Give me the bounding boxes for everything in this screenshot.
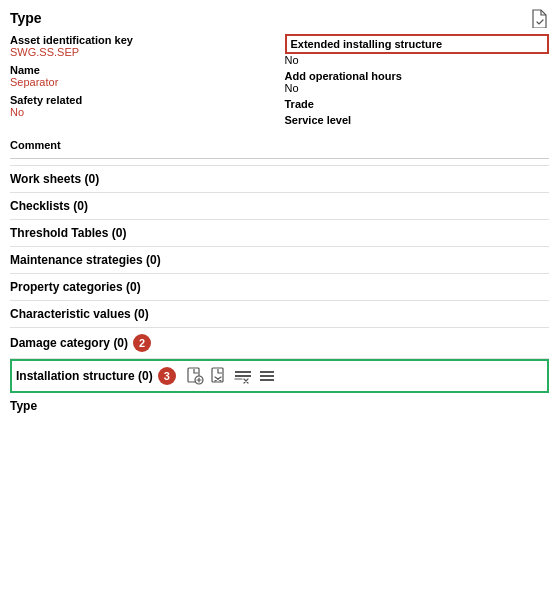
asset-id-label: Asset identification key: [10, 34, 275, 46]
damage-label: Damage category (0): [10, 336, 128, 350]
page-title: Type: [10, 10, 42, 26]
left-fields: Asset identification key SWG.SS.SEP Name…: [10, 34, 275, 126]
section-characteristic[interactable]: Characteristic values (0): [10, 301, 549, 328]
op-hours-label: Add operational hours: [285, 70, 550, 82]
field-extended: Extended installing structure No: [285, 34, 550, 66]
characteristic-label: Characteristic values (0): [10, 307, 149, 321]
name-value: Separator: [10, 76, 275, 88]
svg-rect-3: [235, 371, 251, 373]
field-trade: Trade: [285, 98, 550, 110]
svg-rect-6: [260, 375, 274, 377]
menu-button[interactable]: [256, 365, 278, 387]
damage-badge: 2: [133, 334, 151, 352]
fields-grid: Asset identification key SWG.SS.SEP Name…: [10, 34, 549, 126]
collapsible-sections: Work sheets (0) Checklists (0) Threshold…: [10, 165, 549, 359]
svg-rect-4: [235, 375, 251, 377]
section-maintenance[interactable]: Maintenance strategies (0): [10, 247, 549, 274]
name-label: Name: [10, 64, 275, 76]
page-title-row: Type: [10, 8, 549, 28]
extended-label: Extended installing structure: [285, 34, 550, 54]
page-container: Type Asset identification key SWG.SS.SEP…: [0, 0, 559, 421]
comment-row: Comment: [10, 134, 549, 152]
section-installation[interactable]: Installation structure (0) 3: [10, 359, 549, 393]
cursor-button[interactable]: [232, 365, 254, 387]
service-level-label: Service level: [285, 114, 550, 126]
checklists-label: Checklists (0): [10, 199, 88, 213]
right-fields: Extended installing structure No Add ope…: [285, 34, 550, 126]
trade-label: Trade: [285, 98, 550, 110]
delete-button[interactable]: [208, 365, 230, 387]
field-safety: Safety related No: [10, 94, 275, 118]
field-service-level: Service level: [285, 114, 550, 126]
page-title-icon: [529, 8, 549, 28]
safety-value: No: [10, 106, 275, 118]
safety-label: Safety related: [10, 94, 275, 106]
threshold-label: Threshold Tables (0): [10, 226, 126, 240]
svg-rect-5: [260, 371, 274, 373]
section-property[interactable]: Property categories (0): [10, 274, 549, 301]
comment-label: Comment: [10, 139, 61, 151]
installation-badge: 3: [158, 367, 176, 385]
installation-label: Installation structure (0): [12, 369, 153, 383]
op-hours-value: No: [285, 82, 550, 94]
bottom-label: Type: [10, 393, 549, 413]
field-asset-id: Asset identification key SWG.SS.SEP: [10, 34, 275, 58]
section-threshold[interactable]: Threshold Tables (0): [10, 220, 549, 247]
section-worksheets[interactable]: Work sheets (0): [10, 165, 549, 193]
extended-value: No: [285, 54, 550, 66]
add-doc-button[interactable]: [184, 365, 206, 387]
maintenance-label: Maintenance strategies (0): [10, 253, 161, 267]
asset-id-value: SWG.SS.SEP: [10, 46, 275, 58]
worksheets-label: Work sheets (0): [10, 172, 99, 186]
field-op-hours: Add operational hours No: [285, 70, 550, 94]
divider-1: [10, 158, 549, 159]
field-name: Name Separator: [10, 64, 275, 88]
installation-toolbar: [184, 365, 278, 387]
svg-rect-7: [260, 379, 274, 381]
section-checklists[interactable]: Checklists (0): [10, 193, 549, 220]
property-label: Property categories (0): [10, 280, 141, 294]
section-damage[interactable]: Damage category (0) 2: [10, 328, 549, 359]
